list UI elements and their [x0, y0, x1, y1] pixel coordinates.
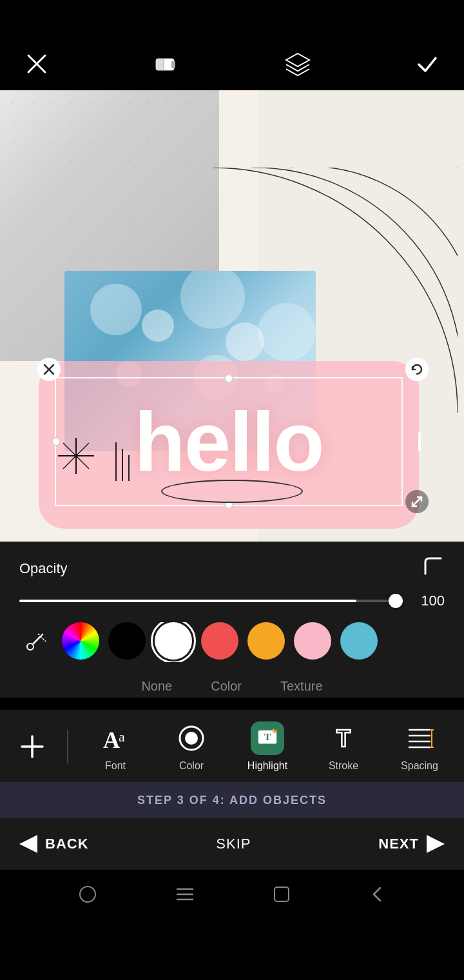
svg-point-30 [185, 732, 198, 745]
toolbar-divider [67, 730, 68, 763]
bg-tab-texture[interactable]: Texture [280, 675, 323, 698]
svg-rect-5 [171, 61, 175, 68]
header-toolbar [0, 39, 464, 90]
color-label: Color [179, 760, 204, 772]
eraser-button[interactable] [151, 50, 179, 80]
system-nav-bar [0, 870, 464, 921]
back-icon[interactable] [369, 885, 387, 906]
eyedropper-button[interactable] [19, 624, 53, 658]
bg-tab-none[interactable]: None [141, 675, 172, 698]
color-swatch-red[interactable] [201, 622, 238, 660]
oval-decoration [161, 480, 303, 503]
tool-item-stroke[interactable]: T Stroke [314, 721, 372, 772]
opacity-section: Opacity [19, 554, 445, 582]
slider-fill [19, 600, 356, 602]
svg-text:T: T [336, 725, 351, 752]
tool-item-highlight[interactable]: T Highlight [238, 721, 296, 772]
confirm-button[interactable] [416, 53, 438, 77]
handle-top-center[interactable] [224, 374, 233, 383]
tool-item-color[interactable]: Color [162, 721, 220, 772]
svg-point-43 [80, 887, 95, 902]
svg-marker-6 [286, 54, 309, 66]
spacing-icon [403, 721, 436, 755]
svg-marker-41 [19, 835, 37, 853]
svg-line-9 [412, 497, 421, 506]
vertical-lines-deco [113, 442, 132, 484]
step-text: STEP 3 OF 4: ADD OBJECTS [137, 794, 327, 807]
bg-tab-color[interactable]: Color [211, 675, 242, 698]
opacity-label: Opacity [19, 560, 68, 577]
svg-text:T: T [264, 731, 271, 742]
add-button[interactable] [15, 730, 49, 763]
tool-item-font[interactable]: A a Font [86, 721, 144, 772]
menu-icon[interactable] [175, 887, 195, 905]
highlight-label: Highlight [247, 760, 287, 772]
svg-marker-42 [427, 835, 445, 853]
canvas-area[interactable]: hello [0, 90, 464, 542]
spacing-label: Spacing [401, 760, 438, 772]
svg-text:A: A [103, 727, 120, 753]
controls-area: Opacity 100 [0, 542, 464, 698]
nav-bar: BACK SKIP NEXT [0, 818, 464, 870]
slider-thumb[interactable] [389, 594, 403, 608]
background-tabs: None Color Texture [19, 675, 445, 698]
back-button[interactable]: BACK [19, 835, 89, 853]
svg-text:a: a [119, 729, 125, 745]
svg-point-21 [27, 643, 34, 650]
color-swatch-white[interactable] [155, 622, 192, 660]
font-label: Font [105, 760, 126, 772]
square-icon[interactable] [273, 885, 291, 906]
next-button[interactable]: NEXT [378, 835, 445, 853]
opacity-value: 100 [412, 593, 445, 609]
handle-right-bar[interactable] [418, 432, 421, 451]
color-swatch-black[interactable] [108, 622, 146, 660]
circle-icon[interactable] [78, 885, 97, 906]
color-circle-icon [175, 721, 208, 755]
skip-button[interactable]: SKIP [216, 836, 251, 852]
rotate-text-button[interactable] [405, 358, 429, 381]
opacity-slider-track[interactable] [19, 600, 402, 602]
svg-rect-47 [275, 887, 289, 901]
svg-line-22 [33, 636, 41, 644]
stroke-icon: T [327, 721, 360, 755]
svg-rect-3 [156, 59, 164, 70]
color-swatch-teal[interactable] [340, 622, 378, 660]
status-bar [0, 0, 464, 39]
close-button[interactable] [26, 53, 48, 77]
svg-line-23 [41, 634, 43, 636]
tool-item-spacing[interactable]: Spacing [391, 721, 449, 772]
color-swatch-row [19, 622, 445, 662]
corner-radius-icon[interactable] [421, 554, 445, 582]
star-decoration [58, 438, 94, 480]
rainbow-swatch[interactable] [62, 622, 99, 660]
font-icon: A a [99, 721, 132, 755]
stroke-label: Stroke [329, 760, 358, 772]
layers-button[interactable] [282, 50, 313, 80]
hello-text[interactable]: hello [134, 393, 323, 490]
color-swatch-yellow[interactable] [247, 622, 285, 660]
highlight-icon: T [251, 721, 284, 755]
color-swatch-pink[interactable] [294, 622, 331, 660]
opacity-slider-row: 100 [19, 593, 445, 609]
step-bar: STEP 3 OF 4: ADD OBJECTS [0, 782, 464, 818]
resize-text-button[interactable] [405, 490, 429, 513]
bottom-toolbar: A a Font Color T Highlight [0, 710, 464, 782]
